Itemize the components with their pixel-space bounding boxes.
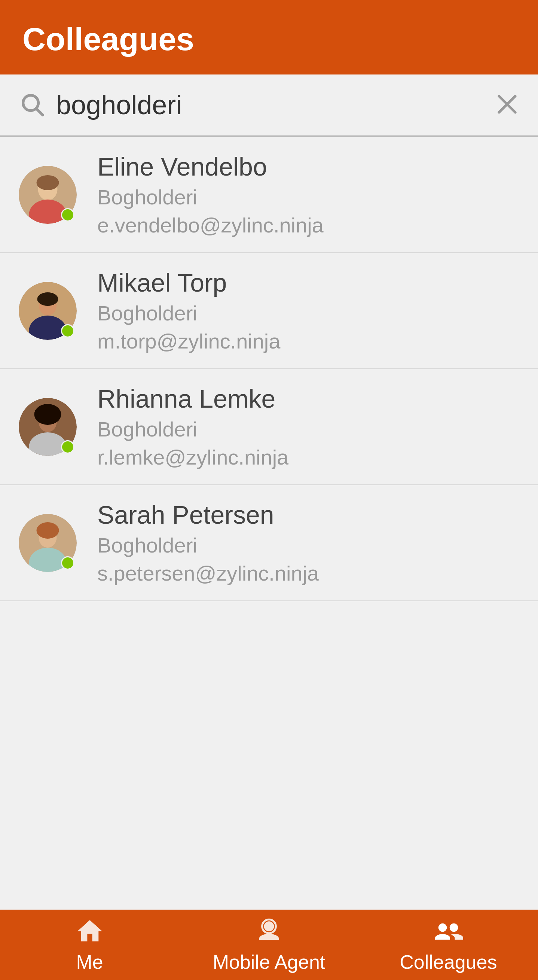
contact-dept: Bogholderi [97, 533, 319, 557]
contact-name: Rhianna Lemke [97, 384, 289, 413]
status-dot-mikael [61, 324, 75, 338]
status-dot-sarah [61, 556, 75, 570]
contact-dept: Bogholderi [97, 185, 324, 209]
contact-info-rhianna: Rhianna Lemke Bogholderi r.lemke@zylinc.… [97, 384, 289, 469]
svg-point-27 [450, 923, 458, 932]
search-icon [19, 91, 45, 119]
contact-dept: Bogholderi [97, 301, 280, 325]
page-title: Colleagues [22, 21, 194, 57]
contact-email: m.torp@zylinc.ninja [97, 329, 280, 353]
colleagues-icon [433, 916, 463, 946]
contacts-list: Eline Vendelbo Bogholderi e.vendelbo@zyl… [0, 137, 538, 910]
contact-info-eline: Eline Vendelbo Bogholderi e.vendelbo@zyl… [97, 152, 324, 237]
contact-name: Sarah Petersen [97, 500, 319, 529]
agent-icon [254, 916, 284, 946]
svg-line-1 [37, 109, 43, 115]
svg-point-18 [35, 404, 61, 425]
nav-item-mobile-agent[interactable]: Mobile Agent [179, 910, 359, 980]
search-input[interactable] [56, 89, 495, 120]
app-header: Colleagues [0, 0, 538, 75]
svg-point-26 [438, 923, 447, 932]
nav-label-mobile-agent: Mobile Agent [213, 951, 325, 973]
nav-item-me[interactable]: Me [0, 910, 179, 980]
nav-label-me: Me [76, 951, 103, 973]
contact-info-mikael: Mikael Torp Bogholderi m.torp@zylinc.nin… [97, 268, 280, 353]
avatar-eline [19, 166, 77, 224]
contact-item-mikael[interactable]: Mikael Torp Bogholderi m.torp@zylinc.nin… [0, 253, 538, 369]
contact-email: r.lemke@zylinc.ninja [97, 445, 289, 469]
status-dot-eline [61, 208, 75, 222]
avatar-rhianna [19, 398, 77, 456]
avatar-mikael [19, 282, 77, 340]
contact-dept: Bogholderi [97, 417, 289, 441]
bottom-nav: Me Mobile Agent Colleagues [0, 910, 538, 980]
contact-item-rhianna[interactable]: Rhianna Lemke Bogholderi r.lemke@zylinc.… [0, 369, 538, 485]
nav-item-colleagues[interactable]: Colleagues [359, 910, 538, 980]
svg-point-13 [37, 292, 59, 306]
contact-email: e.vendelbo@zylinc.ninja [97, 213, 324, 237]
status-dot-rhianna [61, 440, 75, 454]
contact-info-sarah: Sarah Petersen Bogholderi s.petersen@zyl… [97, 500, 319, 585]
contact-email: s.petersen@zylinc.ninja [97, 561, 319, 585]
svg-point-8 [37, 175, 59, 190]
clear-search-button[interactable] [495, 92, 519, 118]
contact-name: Mikael Torp [97, 268, 280, 297]
svg-point-24 [264, 921, 274, 931]
svg-point-23 [37, 522, 59, 539]
contact-name: Eline Vendelbo [97, 152, 324, 181]
search-bar[interactable] [0, 75, 538, 136]
home-icon [75, 916, 105, 946]
contact-item-sarah[interactable]: Sarah Petersen Bogholderi s.petersen@zyl… [0, 485, 538, 601]
nav-label-colleagues: Colleagues [400, 951, 497, 973]
contact-item-eline[interactable]: Eline Vendelbo Bogholderi e.vendelbo@zyl… [0, 137, 538, 253]
avatar-sarah [19, 514, 77, 572]
